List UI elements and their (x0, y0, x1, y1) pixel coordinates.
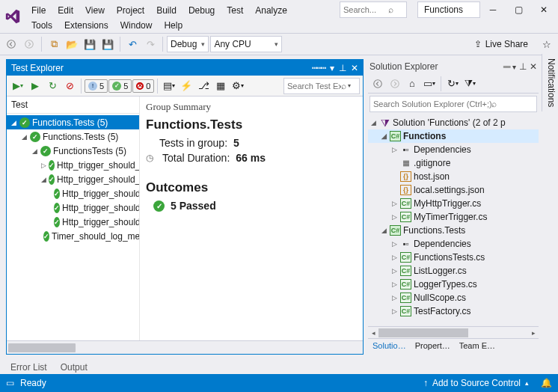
not-run-count[interactable]: !5 (85, 79, 108, 93)
scrollbar-thumb[interactable] (8, 343, 76, 352)
back-button[interactable] (370, 76, 386, 92)
tab-output[interactable]: Output (56, 361, 92, 374)
back-button[interactable] (3, 36, 19, 52)
menu-window[interactable]: Window (114, 18, 159, 33)
solution-explorer-hscroll[interactable]: ◂ ▸ (368, 326, 539, 338)
forward-button[interactable] (387, 76, 403, 92)
solution-tree-node[interactable]: {}host.json (368, 170, 539, 183)
expander-icon[interactable]: ▷ (390, 213, 398, 221)
scroll-right-button[interactable]: ▸ (528, 327, 539, 339)
test-tree-node[interactable]: ✓Http_trigger_should_return_string_2 (7, 200, 139, 215)
solution-explorer-search[interactable]: ⌕ (370, 96, 537, 112)
live-share-button[interactable]: ⇪ Live Share (470, 39, 533, 49)
solution-explorer-search-input[interactable] (373, 99, 491, 108)
panel-close-button[interactable]: ✕ (530, 61, 537, 72)
test-explorer-search-input[interactable] (287, 82, 341, 91)
expander-icon[interactable]: ▷ (390, 294, 398, 301)
quick-launch-input[interactable] (343, 5, 388, 14)
window-menu-button[interactable]: ▾ (330, 63, 334, 73)
menu-tools[interactable]: Tools (25, 18, 58, 33)
solution-tree[interactable]: ◢⧩Solution 'Functions' (2 of 2 p◢C#Funct… (368, 114, 539, 326)
test-tree-node[interactable]: ✓Timer_should_log_message (7, 229, 139, 243)
undo-button[interactable]: ↶ (124, 36, 141, 52)
expander-closed-icon[interactable]: ▷ (41, 162, 46, 169)
expander-icon[interactable]: ▷ (390, 254, 398, 261)
pin-button[interactable]: ⊥ (519, 61, 527, 72)
open-file-button[interactable]: 📂 (64, 36, 80, 52)
menu-edit[interactable]: Edit (52, 3, 79, 18)
menu-analyze[interactable]: Analyze (249, 3, 293, 18)
test-tree-node[interactable]: ✓Http_trigger_should_return_string_1 (7, 186, 139, 200)
notifications-bell-icon[interactable]: 🔔 (541, 378, 552, 388)
test-tree-node[interactable]: ◢✓FunctionsTests (5) (7, 144, 139, 158)
run-all-button[interactable]: ▶▾ (10, 78, 26, 94)
repeat-button[interactable]: ↻ (44, 78, 61, 94)
menu-test[interactable]: Test (221, 3, 249, 18)
solution-tree-node[interactable]: ▷C#FunctionsTests.cs (368, 251, 539, 264)
solution-tree-node[interactable]: ▷C#MyHttpTrigger.cs (368, 197, 539, 210)
failed-count[interactable]: ✕0 (132, 79, 154, 93)
menu-view[interactable]: View (79, 3, 111, 18)
solution-tree-node[interactable]: ◢⧩Solution 'Functions' (2 of 2 p (368, 116, 539, 129)
menu-file[interactable]: File (25, 3, 52, 18)
filter-button[interactable]: ⚡ (178, 78, 194, 94)
menu-build[interactable]: Build (150, 3, 183, 18)
columns-button[interactable]: ▦ (212, 78, 229, 94)
save-all-button[interactable]: 💾 (99, 36, 116, 52)
solution-tree-node[interactable]: {}local.settings.json (368, 183, 539, 197)
feedback-button[interactable]: ☆ (539, 36, 555, 52)
passed-count[interactable]: ✓5 (108, 79, 132, 93)
test-tree-node[interactable]: ◢✓Http_trigger_should_return_string (7, 172, 139, 186)
pin-button[interactable]: ⊥ (339, 63, 346, 73)
group-by-button[interactable]: ⎇ (195, 78, 212, 94)
new-project-button[interactable]: ⧉ (46, 36, 62, 52)
test-explorer-search[interactable]: ⌕ ▾ (283, 78, 360, 94)
menu-extensions[interactable]: Extensions (58, 18, 114, 33)
stop-button[interactable]: ⊘ (61, 78, 78, 94)
expander-open-icon[interactable]: ◢ (41, 176, 46, 183)
minimize-button[interactable]: ─ (480, 1, 506, 18)
solution-tree-node[interactable]: ◢C#Functions (368, 129, 539, 143)
expander-icon[interactable]: ▷ (390, 146, 398, 153)
test-tree-node[interactable]: ◢✓Functions.Tests (5) (7, 115, 139, 129)
test-tree-node[interactable]: ▷✓Http_trigger_should_return_known_strin… (7, 158, 139, 172)
solution-tree-node[interactable]: ≣.gitignore (368, 156, 539, 170)
menu-help[interactable]: Help (158, 18, 188, 33)
expander-icon[interactable]: ▷ (390, 267, 398, 275)
redo-button[interactable]: ↷ (142, 36, 159, 52)
forward-button[interactable] (21, 36, 37, 52)
chevron-down-icon[interactable]: ▾ (348, 82, 351, 89)
window-menu-button[interactable]: ▾ (512, 63, 516, 71)
solution-tree-node[interactable]: ▷C#LoggerTypes.cs (368, 278, 539, 291)
playlist-button[interactable]: ▤▾ (161, 78, 177, 94)
expander-icon[interactable]: ▷ (390, 200, 398, 207)
expander-open-icon[interactable]: ◢ (20, 133, 28, 141)
run-button[interactable]: ▶ (27, 78, 43, 94)
test-tree[interactable]: ◢✓Functions.Tests (5)◢✓Functions.Tests (… (7, 114, 139, 340)
notifications-tab[interactable]: Notifications (542, 54, 558, 111)
menu-debug[interactable]: Debug (183, 3, 221, 18)
save-button[interactable]: 💾 (82, 36, 98, 52)
maximize-button[interactable]: ▢ (506, 1, 531, 18)
scrollbar-thumb[interactable] (378, 328, 468, 337)
tab-error-list[interactable]: Error List (6, 361, 52, 374)
expander-icon[interactable]: ▷ (390, 281, 398, 288)
test-tree-node[interactable]: ✓Http_trigger_should_return_string_3 (7, 215, 139, 229)
add-source-control-button[interactable]: Add to Source Control (432, 378, 521, 388)
home-button[interactable]: ⌂ (404, 76, 420, 92)
solution-platform-combo[interactable]: Any CPU▾ (210, 36, 282, 52)
expander-open-icon[interactable]: ◢ (10, 119, 17, 126)
tab-properties[interactable]: Propert… (411, 339, 455, 355)
solution-tree-node[interactable]: ▷C#ListLogger.cs (368, 264, 539, 278)
test-column-header[interactable]: Test (7, 97, 139, 114)
expander-icon[interactable]: ◢ (370, 119, 377, 126)
scroll-left-button[interactable]: ◂ (368, 327, 378, 339)
solution-tree-node[interactable]: ▷▪▫Dependencies (368, 143, 539, 156)
chevron-up-icon[interactable]: ▴ (525, 379, 529, 387)
expander-open-icon[interactable]: ◢ (31, 147, 38, 155)
test-tree-node[interactable]: ◢✓Functions.Tests (5) (7, 129, 139, 144)
expander-icon[interactable]: ◢ (380, 227, 387, 234)
solution-tree-node[interactable]: ▷C#NullScope.cs (368, 291, 539, 304)
solution-tree-node[interactable]: ◢C#Functions.Tests (368, 224, 539, 237)
solution-tree-node[interactable]: ▷▪▫Dependencies (368, 237, 539, 251)
